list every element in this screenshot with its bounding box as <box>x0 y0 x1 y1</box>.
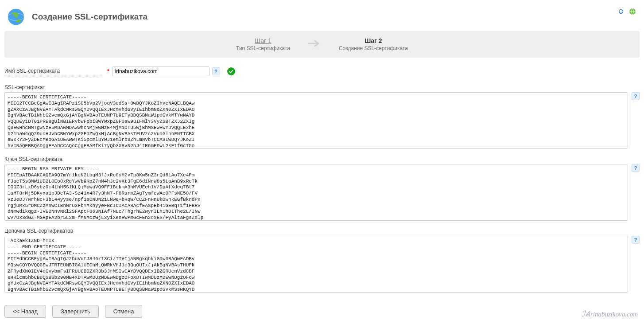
ssl-key-block: Ключ SSL-сертификата ? <box>4 156 640 221</box>
wizard-step-1[interactable]: Шаг 1 Тип SSL-сертификата <box>236 37 290 51</box>
ssl-cert-textarea[interactable] <box>4 92 628 149</box>
globe-icon <box>6 7 26 27</box>
ssl-chain-textarea[interactable] <box>4 236 628 293</box>
ssl-cert-label: SSL-сертификат <box>4 84 640 90</box>
cert-name-label: Имя SSL-сертификата <box>4 68 102 75</box>
page-header: Создание SSL-сертификата <box>4 4 640 31</box>
step2-title: Шаг 2 <box>339 37 408 44</box>
ssl-chain-block: Цепочка SSL-сертификатов ? <box>4 228 640 293</box>
help-icon[interactable]: ? <box>632 164 640 172</box>
check-icon <box>227 67 235 75</box>
help-icon[interactable]: ? <box>212 67 220 75</box>
refresh-icon[interactable] <box>617 8 625 16</box>
step1-title[interactable]: Шаг 1 <box>236 37 290 44</box>
header-actions <box>617 8 636 16</box>
action-buttons: << Назад Завершить Отмена <box>4 305 640 318</box>
wizard-step-2: Шаг 2 Создание SSL-сертификата <box>339 37 408 51</box>
help-icon[interactable]: ? <box>632 236 640 244</box>
help-icon[interactable]: ? <box>632 92 640 100</box>
ssl-key-textarea[interactable] <box>4 164 628 221</box>
step2-subtitle: Создание SSL-сертификата <box>339 45 408 51</box>
ssl-key-label: Ключ SSL-сертификата <box>4 156 640 162</box>
watermark: ℐ𝒷irinabuzikova.com <box>582 309 638 319</box>
back-button[interactable]: << Назад <box>4 305 46 318</box>
cert-name-row: Имя SSL-сертификата * ? <box>4 66 640 76</box>
cert-name-input[interactable] <box>112 66 209 76</box>
help-globe-icon[interactable] <box>629 8 636 16</box>
cancel-button[interactable]: Отмена <box>105 305 143 318</box>
wizard-steps: Шаг 1 Тип SSL-сертификата Шаг 2 Создание… <box>4 31 640 58</box>
page-title: Создание SSL-сертификата <box>32 12 147 22</box>
ssl-cert-block: SSL-сертификат ? <box>4 84 640 149</box>
arrow-right-icon <box>308 39 321 50</box>
ssl-chain-label: Цепочка SSL-сертификатов <box>4 228 640 234</box>
required-mark: * <box>107 68 109 74</box>
step1-subtitle: Тип SSL-сертификата <box>236 45 290 51</box>
finish-button[interactable]: Завершить <box>52 305 99 318</box>
